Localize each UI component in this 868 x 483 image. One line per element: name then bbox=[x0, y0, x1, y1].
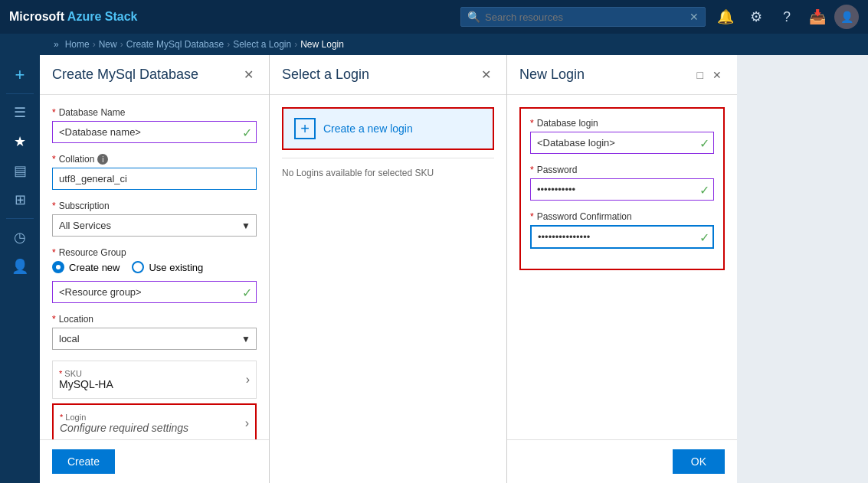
new-login-highlight-box: * Database login ✓ * Password bbox=[519, 107, 725, 270]
ok-button[interactable]: OK bbox=[673, 449, 725, 474]
main-layout: + ☰ ★ ▤ ⊞ ◷ 👤 Create MySql Database ✕ * … bbox=[0, 55, 868, 483]
sidebar: + ☰ ★ ▤ ⊞ ◷ 👤 bbox=[0, 55, 40, 483]
resource-group-radio-group: Create new Use existing bbox=[52, 261, 257, 273]
password-check-icon: ✓ bbox=[699, 182, 709, 197]
breadcrumb-bar: » Home › New › Create MySql Database › S… bbox=[0, 34, 868, 55]
subscription-group: * Subscription All Services ▼ bbox=[52, 201, 257, 237]
no-logins-text: No Logins available for selected SKU bbox=[282, 165, 494, 181]
collation-label: * Collation i bbox=[52, 154, 257, 165]
password-confirm-group: * Password Confirmation ✓ bbox=[530, 211, 714, 249]
panel-1-body: * Database Name ✓ * Collation i bbox=[40, 95, 269, 439]
sku-label: * SKU bbox=[59, 369, 113, 378]
resource-group-input-wrapper: ✓ bbox=[52, 281, 257, 303]
search-icon: 🔍 bbox=[467, 11, 480, 23]
breadcrumb-current: New Login bbox=[300, 39, 344, 50]
panel-2-divider bbox=[282, 158, 494, 158]
breadcrumb-select-login[interactable]: Select a Login bbox=[233, 39, 291, 50]
db-login-label: * Database login bbox=[530, 118, 714, 129]
panel-2-body: + Create a new login No Logins available… bbox=[270, 95, 506, 483]
panel-3-maximize-icon[interactable]: □ bbox=[694, 67, 706, 83]
database-name-label: * Database Name bbox=[52, 107, 257, 118]
collation-info-icon[interactable]: i bbox=[97, 154, 108, 165]
panel-1-footer: Create bbox=[40, 439, 269, 483]
notification-icon[interactable]: 🔔 bbox=[712, 3, 739, 31]
app-logo: Microsoft Azure Stack bbox=[9, 10, 454, 24]
sidebar-item-clock[interactable]: ◷ bbox=[6, 224, 34, 251]
db-login-input-wrapper: ✓ bbox=[530, 132, 714, 154]
location-label: * Location bbox=[52, 314, 257, 325]
panel-3-close-button[interactable]: ✕ bbox=[709, 67, 725, 83]
location-group: * Location local ▼ bbox=[52, 314, 257, 350]
panel-3-title: New Login bbox=[519, 67, 585, 83]
sidebar-divider-2 bbox=[6, 218, 34, 219]
panel-create-mysql: Create MySql Database ✕ * Database Name … bbox=[40, 55, 270, 483]
sidebar-item-user[interactable]: 👤 bbox=[6, 253, 34, 280]
database-name-input[interactable] bbox=[52, 121, 257, 143]
search-input[interactable] bbox=[485, 11, 689, 23]
create-new-login-label: Create a new login bbox=[323, 122, 413, 135]
panel-new-login: New Login □ ✕ * Database login bbox=[507, 55, 737, 483]
sidebar-divider-1 bbox=[6, 93, 34, 94]
login-value: Configure required settings bbox=[60, 422, 188, 434]
subscription-select[interactable]: All Services bbox=[52, 214, 257, 237]
subscription-label: * Subscription bbox=[52, 201, 257, 211]
help-icon[interactable]: ? bbox=[773, 3, 801, 31]
content-area: Create MySql Database ✕ * Database Name … bbox=[40, 55, 868, 483]
resource-group-group: * Resource Group Create new Use existing bbox=[52, 247, 257, 303]
search-clear-icon[interactable]: ✕ bbox=[689, 11, 699, 23]
panel-2-title: Select a Login bbox=[282, 67, 369, 83]
sidebar-item-list[interactable]: ▤ bbox=[6, 157, 34, 184]
collation-input-wrapper bbox=[52, 168, 257, 190]
resource-group-check-icon: ✓ bbox=[242, 285, 252, 299]
collation-input[interactable] bbox=[52, 168, 257, 190]
panel-select-login: Select a Login ✕ + Create a new login No… bbox=[270, 55, 507, 483]
login-nav-item[interactable]: * Login Configure required settings › bbox=[52, 403, 257, 439]
password-confirm-label: * Password Confirmation bbox=[530, 211, 714, 222]
sidebar-add-button[interactable]: + bbox=[6, 61, 34, 89]
radio-use-existing[interactable]: Use existing bbox=[132, 261, 203, 273]
panel-3-footer: OK bbox=[507, 439, 737, 483]
database-name-input-wrapper: ✓ bbox=[52, 121, 257, 143]
breadcrumb-expand[interactable]: » bbox=[54, 39, 59, 50]
login-label: * Login bbox=[60, 413, 188, 422]
breadcrumb-new[interactable]: New bbox=[99, 39, 117, 50]
sku-value: MySQL-HA bbox=[59, 378, 113, 390]
panel-2-close-button[interactable]: ✕ bbox=[478, 64, 494, 85]
password-confirm-check-icon: ✓ bbox=[699, 230, 709, 244]
location-select[interactable]: local bbox=[52, 328, 257, 350]
sidebar-item-apps[interactable]: ⊞ bbox=[6, 186, 34, 214]
panel-1-close-button[interactable]: ✕ bbox=[241, 64, 257, 85]
database-name-check-icon: ✓ bbox=[242, 125, 252, 139]
panel-3-body: * Database login ✓ * Password bbox=[507, 95, 737, 439]
feedback-icon[interactable]: 📥 bbox=[804, 3, 831, 31]
avatar[interactable]: 👤 bbox=[834, 5, 859, 29]
sidebar-item-menu[interactable]: ☰ bbox=[6, 99, 34, 126]
database-name-group: * Database Name ✓ bbox=[52, 107, 257, 143]
plus-icon: + bbox=[294, 118, 316, 139]
search-box[interactable]: 🔍 ✕ bbox=[460, 7, 706, 27]
breadcrumb-home[interactable]: Home bbox=[65, 39, 90, 50]
panel-2-header: Select a Login ✕ bbox=[270, 55, 506, 95]
topbar-icons: 🔔 ⚙ ? 📥 👤 bbox=[712, 3, 859, 31]
db-login-input[interactable] bbox=[530, 132, 714, 154]
password-confirm-input[interactable] bbox=[530, 225, 714, 249]
panel-1-title: Create MySql Database bbox=[52, 67, 198, 83]
password-label: * Password bbox=[530, 165, 714, 175]
sidebar-item-favorites[interactable]: ★ bbox=[6, 128, 34, 155]
collation-group: * Collation i bbox=[52, 154, 257, 190]
create-new-login-option[interactable]: + Create a new login bbox=[282, 107, 494, 150]
resource-group-input[interactable] bbox=[52, 281, 257, 303]
panel-3-header-icons: □ ✕ bbox=[694, 67, 725, 83]
topbar: Microsoft Azure Stack 🔍 ✕ 🔔 ⚙ ? 📥 👤 bbox=[0, 0, 868, 34]
create-button[interactable]: Create bbox=[52, 449, 115, 474]
password-input[interactable] bbox=[530, 178, 714, 201]
radio-create-new[interactable]: Create new bbox=[52, 261, 120, 273]
subscription-select-wrapper: All Services ▼ bbox=[52, 214, 257, 237]
radio-create-new-circle bbox=[52, 261, 64, 273]
db-login-group: * Database login ✓ bbox=[530, 118, 714, 154]
sku-nav-item[interactable]: * SKU MySQL-HA › bbox=[52, 361, 257, 399]
radio-use-existing-circle bbox=[132, 261, 144, 273]
settings-icon[interactable]: ⚙ bbox=[742, 3, 770, 31]
breadcrumb-create-mysql[interactable]: Create MySql Database bbox=[126, 39, 224, 50]
password-confirm-input-wrapper: ✓ bbox=[530, 225, 714, 249]
